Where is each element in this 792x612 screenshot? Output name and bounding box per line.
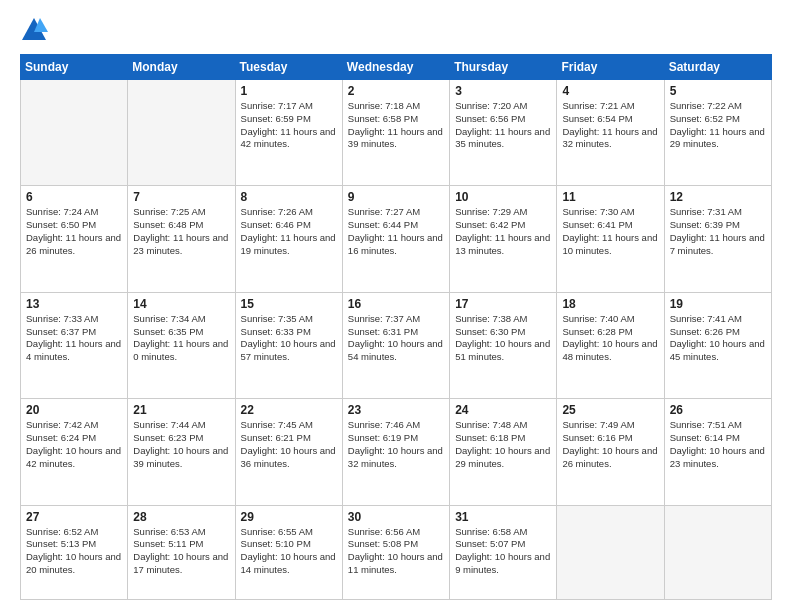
calendar-cell [128,80,235,186]
calendar-cell: 7Sunrise: 7:25 AM Sunset: 6:48 PM Daylig… [128,186,235,292]
day-number: 25 [562,403,658,417]
logo [20,16,52,44]
day-number: 28 [133,510,229,524]
day-number: 17 [455,297,551,311]
cell-content: Sunrise: 7:49 AM Sunset: 6:16 PM Dayligh… [562,419,658,470]
day-number: 11 [562,190,658,204]
day-number: 16 [348,297,444,311]
cell-content: Sunrise: 7:20 AM Sunset: 6:56 PM Dayligh… [455,100,551,151]
day-number: 21 [133,403,229,417]
cell-content: Sunrise: 7:33 AM Sunset: 6:37 PM Dayligh… [26,313,122,364]
calendar-cell: 21Sunrise: 7:44 AM Sunset: 6:23 PM Dayli… [128,399,235,505]
calendar-cell: 22Sunrise: 7:45 AM Sunset: 6:21 PM Dayli… [235,399,342,505]
calendar-cell [557,505,664,599]
day-number: 6 [26,190,122,204]
calendar-table: SundayMondayTuesdayWednesdayThursdayFrid… [20,54,772,600]
calendar-cell: 6Sunrise: 7:24 AM Sunset: 6:50 PM Daylig… [21,186,128,292]
day-number: 10 [455,190,551,204]
cell-content: Sunrise: 7:18 AM Sunset: 6:58 PM Dayligh… [348,100,444,151]
calendar-cell: 17Sunrise: 7:38 AM Sunset: 6:30 PM Dayli… [450,292,557,398]
cell-content: Sunrise: 7:46 AM Sunset: 6:19 PM Dayligh… [348,419,444,470]
day-number: 31 [455,510,551,524]
logo-icon [20,16,48,44]
day-number: 1 [241,84,337,98]
day-number: 23 [348,403,444,417]
cell-content: Sunrise: 7:24 AM Sunset: 6:50 PM Dayligh… [26,206,122,257]
header-cell-tuesday: Tuesday [235,55,342,80]
day-number: 14 [133,297,229,311]
header [20,16,772,44]
cell-content: Sunrise: 7:22 AM Sunset: 6:52 PM Dayligh… [670,100,766,151]
calendar-cell: 28Sunrise: 6:53 AM Sunset: 5:11 PM Dayli… [128,505,235,599]
header-row: SundayMondayTuesdayWednesdayThursdayFrid… [21,55,772,80]
day-number: 22 [241,403,337,417]
cell-content: Sunrise: 7:42 AM Sunset: 6:24 PM Dayligh… [26,419,122,470]
cell-content: Sunrise: 7:30 AM Sunset: 6:41 PM Dayligh… [562,206,658,257]
day-number: 24 [455,403,551,417]
day-number: 15 [241,297,337,311]
day-number: 20 [26,403,122,417]
calendar-cell: 12Sunrise: 7:31 AM Sunset: 6:39 PM Dayli… [664,186,771,292]
cell-content: Sunrise: 7:38 AM Sunset: 6:30 PM Dayligh… [455,313,551,364]
calendar-cell: 15Sunrise: 7:35 AM Sunset: 6:33 PM Dayli… [235,292,342,398]
cell-content: Sunrise: 6:56 AM Sunset: 5:08 PM Dayligh… [348,526,444,577]
cell-content: Sunrise: 7:41 AM Sunset: 6:26 PM Dayligh… [670,313,766,364]
day-number: 30 [348,510,444,524]
calendar-cell: 18Sunrise: 7:40 AM Sunset: 6:28 PM Dayli… [557,292,664,398]
calendar-week-5: 27Sunrise: 6:52 AM Sunset: 5:13 PM Dayli… [21,505,772,599]
header-cell-wednesday: Wednesday [342,55,449,80]
header-cell-thursday: Thursday [450,55,557,80]
calendar-cell [664,505,771,599]
calendar-body: 1Sunrise: 7:17 AM Sunset: 6:59 PM Daylig… [21,80,772,600]
day-number: 9 [348,190,444,204]
calendar-cell: 8Sunrise: 7:26 AM Sunset: 6:46 PM Daylig… [235,186,342,292]
calendar-cell: 9Sunrise: 7:27 AM Sunset: 6:44 PM Daylig… [342,186,449,292]
day-number: 26 [670,403,766,417]
cell-content: Sunrise: 7:29 AM Sunset: 6:42 PM Dayligh… [455,206,551,257]
day-number: 4 [562,84,658,98]
calendar-cell: 3Sunrise: 7:20 AM Sunset: 6:56 PM Daylig… [450,80,557,186]
header-cell-saturday: Saturday [664,55,771,80]
calendar-cell: 24Sunrise: 7:48 AM Sunset: 6:18 PM Dayli… [450,399,557,505]
day-number: 12 [670,190,766,204]
calendar-cell: 10Sunrise: 7:29 AM Sunset: 6:42 PM Dayli… [450,186,557,292]
cell-content: Sunrise: 7:27 AM Sunset: 6:44 PM Dayligh… [348,206,444,257]
calendar-cell: 11Sunrise: 7:30 AM Sunset: 6:41 PM Dayli… [557,186,664,292]
header-cell-friday: Friday [557,55,664,80]
page: SundayMondayTuesdayWednesdayThursdayFrid… [0,0,792,612]
cell-content: Sunrise: 7:17 AM Sunset: 6:59 PM Dayligh… [241,100,337,151]
day-number: 18 [562,297,658,311]
day-number: 29 [241,510,337,524]
calendar-week-1: 1Sunrise: 7:17 AM Sunset: 6:59 PM Daylig… [21,80,772,186]
cell-content: Sunrise: 7:48 AM Sunset: 6:18 PM Dayligh… [455,419,551,470]
day-number: 8 [241,190,337,204]
cell-content: Sunrise: 7:31 AM Sunset: 6:39 PM Dayligh… [670,206,766,257]
cell-content: Sunrise: 6:53 AM Sunset: 5:11 PM Dayligh… [133,526,229,577]
cell-content: Sunrise: 6:58 AM Sunset: 5:07 PM Dayligh… [455,526,551,577]
cell-content: Sunrise: 7:21 AM Sunset: 6:54 PM Dayligh… [562,100,658,151]
calendar-cell: 16Sunrise: 7:37 AM Sunset: 6:31 PM Dayli… [342,292,449,398]
cell-content: Sunrise: 7:40 AM Sunset: 6:28 PM Dayligh… [562,313,658,364]
header-cell-monday: Monday [128,55,235,80]
calendar-week-2: 6Sunrise: 7:24 AM Sunset: 6:50 PM Daylig… [21,186,772,292]
cell-content: Sunrise: 7:37 AM Sunset: 6:31 PM Dayligh… [348,313,444,364]
cell-content: Sunrise: 6:55 AM Sunset: 5:10 PM Dayligh… [241,526,337,577]
calendar-cell: 19Sunrise: 7:41 AM Sunset: 6:26 PM Dayli… [664,292,771,398]
header-cell-sunday: Sunday [21,55,128,80]
cell-content: Sunrise: 7:25 AM Sunset: 6:48 PM Dayligh… [133,206,229,257]
cell-content: Sunrise: 6:52 AM Sunset: 5:13 PM Dayligh… [26,526,122,577]
calendar-cell: 25Sunrise: 7:49 AM Sunset: 6:16 PM Dayli… [557,399,664,505]
calendar-cell: 13Sunrise: 7:33 AM Sunset: 6:37 PM Dayli… [21,292,128,398]
calendar-cell: 14Sunrise: 7:34 AM Sunset: 6:35 PM Dayli… [128,292,235,398]
calendar-cell: 5Sunrise: 7:22 AM Sunset: 6:52 PM Daylig… [664,80,771,186]
day-number: 13 [26,297,122,311]
calendar-cell: 31Sunrise: 6:58 AM Sunset: 5:07 PM Dayli… [450,505,557,599]
day-number: 19 [670,297,766,311]
cell-content: Sunrise: 7:34 AM Sunset: 6:35 PM Dayligh… [133,313,229,364]
cell-content: Sunrise: 7:44 AM Sunset: 6:23 PM Dayligh… [133,419,229,470]
calendar-week-4: 20Sunrise: 7:42 AM Sunset: 6:24 PM Dayli… [21,399,772,505]
calendar-cell: 1Sunrise: 7:17 AM Sunset: 6:59 PM Daylig… [235,80,342,186]
day-number: 3 [455,84,551,98]
cell-content: Sunrise: 7:35 AM Sunset: 6:33 PM Dayligh… [241,313,337,364]
calendar-header: SundayMondayTuesdayWednesdayThursdayFrid… [21,55,772,80]
